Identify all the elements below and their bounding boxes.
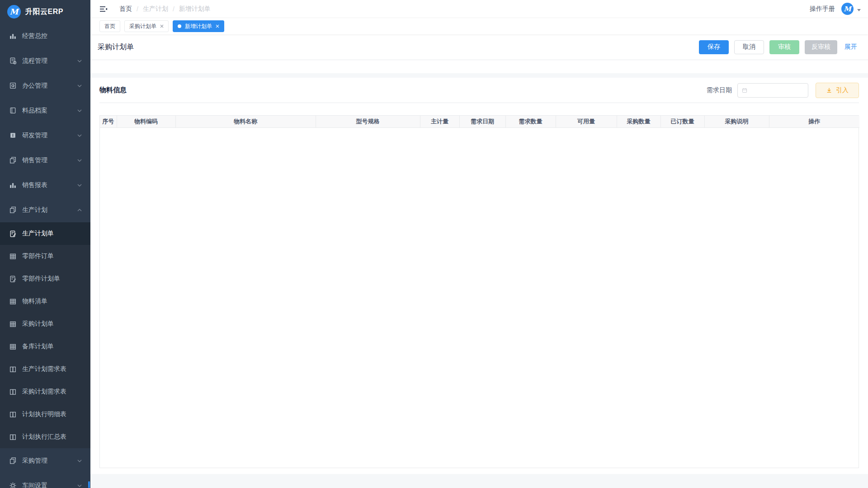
column-header-已订数量: 已订数量 [660, 116, 704, 127]
column-header-序号: 序号 [100, 116, 117, 127]
tab-新增计划单[interactable]: 新增计划单 [173, 20, 224, 32]
calbadge-icon [9, 82, 17, 89]
sidebar-scrollbar-thumb[interactable] [88, 481, 90, 488]
menu-item-label: 流程管理 [22, 57, 47, 65]
document-toolbar: 采购计划单 保存 取消 审核 反审核 展开 [90, 34, 868, 60]
section-gap [90, 73, 868, 78]
column-header-物料编码: 物料编码 [117, 116, 175, 127]
docedit-icon [9, 275, 17, 283]
menu-item-label: 备库计划单 [22, 343, 54, 351]
breadcrumb-item[interactable]: 首页 [119, 5, 132, 13]
submenu-item-计划执行明细表[interactable]: 计划执行明细表 [0, 403, 90, 426]
sidebar-item-研发管理[interactable]: 研发管理 [0, 123, 90, 148]
menu-item-label: 计划执行明细表 [22, 410, 66, 418]
pages-icon [9, 156, 17, 164]
sidebar-item-流程管理[interactable]: 流程管理 [0, 48, 90, 73]
gear-icon [9, 482, 17, 488]
tab-首页[interactable]: 首页 [99, 20, 120, 32]
chevron-down-icon [77, 108, 82, 113]
breadcrumb-item: 新增计划单 [179, 5, 211, 13]
grid-icon [9, 298, 17, 305]
grid-icon [9, 343, 17, 351]
app-logo[interactable]: M 升阳云ERP [0, 0, 90, 23]
opened-tabs-bar: 首页采购计划单新增计划单 [90, 18, 868, 34]
bookopen-icon [9, 411, 17, 418]
user-avatar[interactable]: M [841, 3, 854, 15]
close-tab-icon[interactable] [160, 24, 164, 28]
column-header-主计量: 主计量 [420, 116, 459, 127]
column-header-操作: 操作 [769, 116, 859, 127]
breadcrumb-separator: / [137, 5, 138, 13]
submenu-item-生产计划需求表[interactable]: 生产计划需求表 [0, 358, 90, 380]
column-header-可用量: 可用量 [556, 116, 617, 127]
menu-item-label: 采购计划需求表 [22, 388, 66, 396]
calendar-icon [742, 87, 747, 94]
menu-item-label: 采购管理 [22, 457, 47, 465]
material-table-body-empty [100, 128, 859, 468]
sidebar: M 升阳云ERP 经营总控流程管理办公管理料品档案研发管理销售管理销售报表生产计… [0, 0, 90, 488]
collapse-sidebar-icon[interactable] [98, 3, 109, 15]
submenu-item-物料清单[interactable]: 物料清单 [0, 290, 90, 313]
book-icon [9, 107, 17, 114]
submenu-item-零部件计划单[interactable]: 零部件计划单 [0, 267, 90, 290]
tab-采购计划单[interactable]: 采购计划单 [124, 20, 169, 32]
pages-icon [9, 457, 17, 465]
sidebar-item-采购管理[interactable]: 采购管理 [0, 448, 90, 473]
sidebar-item-办公管理[interactable]: 办公管理 [0, 73, 90, 98]
chevron-down-icon [77, 83, 82, 89]
material-table: 序号物料编码物料名称型号规格主计量需求日期需求数量可用量采购数量已订数量采购说明… [99, 115, 859, 468]
unaudit-button[interactable]: 反审核 [805, 40, 837, 54]
demand-date-label: 需求日期 [707, 86, 732, 94]
sidebar-item-销售报表[interactable]: 销售报表 [0, 173, 90, 197]
sidebar-item-销售管理[interactable]: 销售管理 [0, 148, 90, 173]
submenu-item-计划执行汇总表[interactable]: 计划执行汇总表 [0, 426, 90, 448]
demand-date-picker[interactable] [737, 83, 808, 98]
material-section-header: 物料信息 需求日期 引入 [99, 78, 859, 103]
chevron-up-icon [77, 207, 82, 213]
menu-item-label: 销售管理 [22, 156, 47, 164]
sidebar-item-车间设置[interactable]: 车间设置 [0, 473, 90, 488]
submenu-item-采购计划需求表[interactable]: 采购计划需求表 [0, 380, 90, 403]
menu-item-label: 采购计划单 [22, 320, 54, 328]
chevron-down-icon [77, 158, 82, 163]
submenu-item-采购计划单[interactable]: 采购计划单 [0, 313, 90, 335]
user-menu-caret-icon[interactable] [857, 9, 861, 11]
material-section-controls: 需求日期 引入 [707, 83, 859, 98]
save-button[interactable]: 保存 [699, 40, 729, 54]
cancel-button[interactable]: 取消 [734, 40, 764, 54]
sidebar-menu-top: 经营总控流程管理办公管理料品档案研发管理销售管理销售报表生产计划 [0, 23, 90, 222]
breadcrumb: 首页/生产计划/新增计划单 [119, 5, 211, 13]
toolbar-buttons: 保存 取消 审核 反审核 展开 [693, 40, 857, 54]
menu-item-label: 销售报表 [22, 181, 47, 189]
breadcrumb-separator: / [173, 5, 175, 13]
chevron-down-icon [77, 58, 82, 64]
menu-item-label: 生产计划 [22, 206, 47, 214]
page-title: 采购计划单 [98, 42, 134, 52]
close-tab-icon[interactable] [216, 24, 219, 28]
menu-item-label: 料品档案 [22, 107, 47, 115]
sidebar-item-生产计划[interactable]: 生产计划 [0, 197, 90, 222]
menu-item-label: 计划执行汇总表 [22, 433, 66, 441]
submenu-item-零部件订单[interactable]: 零部件订单 [0, 245, 90, 267]
column-header-需求日期: 需求日期 [459, 116, 505, 127]
menu-item-label: 办公管理 [22, 82, 47, 90]
import-button[interactable]: 引入 [816, 83, 859, 98]
column-header-采购数量: 采购数量 [617, 116, 660, 127]
grid-icon [9, 320, 17, 328]
sidebar-item-料品档案[interactable]: 料品档案 [0, 98, 90, 123]
collapsed-form-strip [90, 60, 868, 73]
material-table-area: 序号物料编码物料名称型号规格主计量需求日期需求数量可用量采购数量已订数量采购说明… [99, 115, 859, 468]
grid-icon [9, 253, 17, 260]
active-tab-dot [178, 24, 181, 28]
submenu-item-备库计划单[interactable]: 备库计划单 [0, 335, 90, 358]
manual-link[interactable]: 操作手册 [810, 5, 835, 13]
breadcrumb-item: 生产计划 [143, 5, 168, 13]
chart-icon [9, 32, 17, 40]
chart-icon [9, 181, 17, 189]
sidebar-item-经营总控[interactable]: 经营总控 [0, 23, 90, 48]
submenu-item-生产计划单[interactable]: 生产计划单 [0, 222, 90, 245]
demand-date-input[interactable] [750, 87, 804, 94]
audit-button[interactable]: 审核 [769, 40, 799, 54]
menu-item-label: 生产计划需求表 [22, 365, 66, 373]
expand-link[interactable]: 展开 [844, 43, 857, 51]
